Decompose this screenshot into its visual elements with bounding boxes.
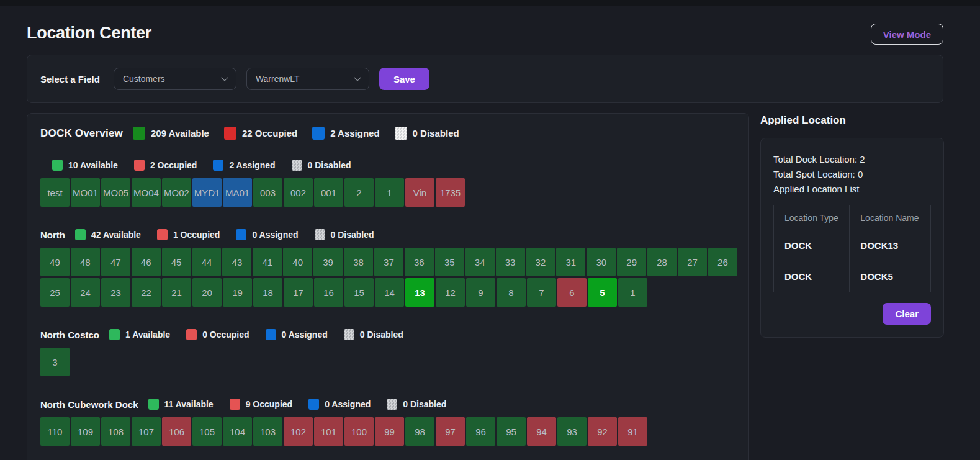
dock-tile-9[interactable]: 9 — [466, 278, 495, 307]
clear-button[interactable]: Clear — [883, 303, 931, 325]
dock-tile-100[interactable]: 100 — [344, 417, 374, 446]
dock-tile-MO02[interactable]: MO02 — [162, 178, 191, 207]
dock-tile-101[interactable]: 101 — [314, 417, 343, 446]
dock-tile-001[interactable]: 001 — [314, 178, 343, 207]
dock-tile-5[interactable]: 5 — [588, 278, 617, 307]
dock-tile-002[interactable]: 002 — [284, 178, 313, 207]
dock-tile-38[interactable]: 38 — [344, 248, 373, 276]
dock-tile-21[interactable]: 21 — [162, 278, 191, 307]
dock-tile-26[interactable]: 26 — [708, 248, 737, 276]
dock-tile-47[interactable]: 47 — [101, 248, 130, 276]
dock-tile-99[interactable]: 99 — [375, 417, 404, 446]
field-bar-label: Select a Field — [40, 74, 100, 84]
dock-tile-37[interactable]: 37 — [374, 248, 403, 276]
dock-tile-49[interactable]: 49 — [40, 248, 70, 276]
dock-tile-28[interactable]: 28 — [647, 248, 677, 276]
dock-tile-6[interactable]: 6 — [557, 278, 587, 307]
dock-tile-104[interactable]: 104 — [223, 417, 252, 446]
dock-tile-107[interactable]: 107 — [132, 417, 161, 446]
dock-tile-12[interactable]: 12 — [436, 278, 465, 307]
dock-tile-91[interactable]: 91 — [618, 417, 647, 446]
dock-tile-MO05[interactable]: MO05 — [101, 178, 130, 207]
dock-tile-48[interactable]: 48 — [71, 248, 100, 276]
dock-tile-24[interactable]: 24 — [71, 278, 100, 307]
dock-tile-MO01[interactable]: MO01 — [71, 178, 100, 207]
view-mode-button[interactable]: View Mode — [871, 24, 943, 45]
legend-label: 0 Disabled — [413, 128, 459, 138]
dock-tile-92[interactable]: 92 — [588, 417, 617, 446]
dock-tile-MYD1[interactable]: MYD1 — [192, 178, 222, 207]
red-swatch-icon — [230, 399, 240, 410]
dock-tile-16[interactable]: 16 — [314, 278, 343, 307]
dock-tile-8[interactable]: 8 — [497, 278, 526, 307]
dock-tile-20[interactable]: 20 — [192, 278, 222, 307]
legend-label: 0 Assigned — [252, 230, 298, 240]
dock-tile-22[interactable]: 22 — [132, 278, 161, 307]
legend-item: 2 Assigned — [213, 160, 275, 171]
dock-tile-40[interactable]: 40 — [283, 248, 312, 276]
dock-tile-31[interactable]: 31 — [556, 248, 585, 276]
dock-tile-1[interactable]: 1 — [618, 278, 647, 307]
dock-tile-Vin[interactable]: Vin — [405, 178, 434, 207]
legend-item: 9 Occupied — [230, 399, 292, 410]
dock-tile-105[interactable]: 105 — [192, 417, 222, 446]
legend-item: 2 Occupied — [134, 160, 197, 171]
dock-tile-27[interactable]: 27 — [678, 248, 707, 276]
dock-tile-36[interactable]: 36 — [405, 248, 434, 276]
dock-tile-25[interactable]: 25 — [40, 278, 70, 307]
dock-tile-103[interactable]: 103 — [253, 417, 282, 446]
dock-tile-32[interactable]: 32 — [526, 248, 555, 276]
dock-tile-110[interactable]: 110 — [40, 417, 70, 446]
dock-tile-30[interactable]: 30 — [587, 248, 616, 276]
dock-tile-15[interactable]: 15 — [344, 278, 374, 307]
dock-tile-41[interactable]: 41 — [253, 248, 282, 276]
dock-tile-94[interactable]: 94 — [527, 417, 556, 446]
dock-tile-19[interactable]: 19 — [223, 278, 252, 307]
dock-tile-46[interactable]: 46 — [132, 248, 161, 276]
page-title: Location Center — [27, 24, 151, 43]
dock-tile-35[interactable]: 35 — [435, 248, 464, 276]
dock-tile-33[interactable]: 33 — [496, 248, 525, 276]
dock-tile-108[interactable]: 108 — [101, 417, 130, 446]
dock-tile-43[interactable]: 43 — [222, 248, 251, 276]
dock-tile-7[interactable]: 7 — [527, 278, 556, 307]
legend-label: 0 Assigned — [282, 330, 328, 340]
dock-tile-96[interactable]: 96 — [466, 417, 495, 446]
dock-tile-3[interactable]: 3 — [40, 348, 70, 376]
legend-item: 2 Assigned — [312, 127, 379, 140]
disabled-swatch-icon — [387, 399, 397, 410]
dock-tile-14[interactable]: 14 — [375, 278, 404, 307]
table-cell: DOCK — [774, 261, 850, 292]
dock-tile-1735[interactable]: 1735 — [436, 178, 465, 207]
dock-tile-39[interactable]: 39 — [313, 248, 343, 276]
dock-tile-test[interactable]: test — [40, 178, 70, 207]
dock-tile-93[interactable]: 93 — [557, 417, 587, 446]
legend-item: 22 Occupied — [224, 127, 297, 140]
dock-tile-95[interactable]: 95 — [497, 417, 526, 446]
dock-tile-29[interactable]: 29 — [617, 248, 646, 276]
dock-tile-17[interactable]: 17 — [284, 278, 313, 307]
dock-tile-23[interactable]: 23 — [101, 278, 130, 307]
dock-tile-18[interactable]: 18 — [253, 278, 282, 307]
customer-select[interactable]: Customers — [114, 68, 236, 90]
dock-tile-102[interactable]: 102 — [284, 417, 313, 446]
dock-tile-45[interactable]: 45 — [162, 248, 191, 276]
dock-tile-MO04[interactable]: MO04 — [132, 178, 161, 207]
dock-tile-MA01[interactable]: MA01 — [223, 178, 252, 207]
save-button[interactable]: Save — [379, 68, 429, 90]
dock-tile-44[interactable]: 44 — [192, 248, 222, 276]
legend-label: 10 Available — [68, 160, 118, 170]
groups: 10 Available2 Occupied2 Assigned0 Disabl… — [40, 160, 737, 446]
dock-tile-13[interactable]: 13 — [405, 278, 434, 307]
dock-tile-98[interactable]: 98 — [405, 417, 434, 446]
dock-tile-106[interactable]: 106 — [162, 417, 191, 446]
dock-tile-2[interactable]: 2 — [344, 178, 374, 207]
dock-tile-34[interactable]: 34 — [465, 248, 495, 276]
warehouse-select[interactable]: WarrenwLT — [246, 68, 369, 90]
legend-item: 11 Available — [148, 399, 214, 410]
dock-tile-97[interactable]: 97 — [436, 417, 465, 446]
group-header: North Costco1 Available0 Occupied0 Assig… — [40, 329, 737, 340]
dock-tile-109[interactable]: 109 — [71, 417, 100, 446]
dock-tile-003[interactable]: 003 — [253, 178, 282, 207]
dock-tile-1[interactable]: 1 — [375, 178, 404, 207]
